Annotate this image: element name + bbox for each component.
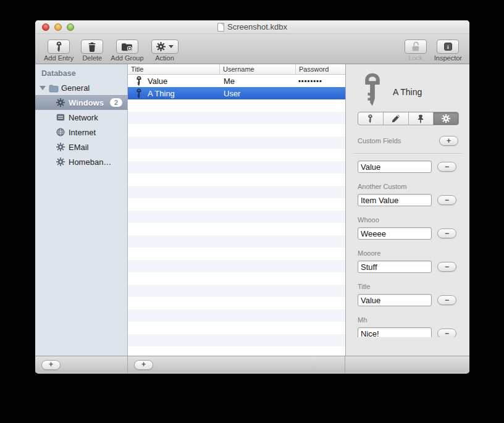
entry-username-cell: Me [220,77,296,86]
remove-field-button[interactable]: − [437,195,456,205]
custom-field-label: Whooo [358,216,460,224]
custom-field-label: Title [358,282,460,291]
column-header-username[interactable]: Username [220,64,296,74]
entry-title-cell: Value [148,77,167,86]
sidebar: Database General Windows 2 Network Inter… [35,64,128,356]
column-header-password[interactable]: Password [296,64,345,74]
minimize-button[interactable] [54,23,62,31]
key-icon [136,88,142,99]
sidebar-item[interactable]: Homeban… [35,154,127,169]
custom-field-group: Mooore − [358,249,460,273]
custom-field-label: Mooore [358,249,460,258]
bottom-bar: + + [35,356,469,373]
sidebar-item[interactable]: Internet [35,125,127,140]
toolbar: Add Entry Delete Add Group [35,34,469,64]
toolbar-button: Lock [405,40,427,62]
toolbar-button-label: Lock [408,54,422,62]
toolbar-button: Action [151,40,178,62]
remove-field-button[interactable]: − [437,329,456,337]
gear-icon [442,114,450,123]
sidebar-footer: + [35,356,128,373]
custom-fields-list: − Another Custom − Whooo − Mooore − Titl… [358,158,460,337]
remove-field-button[interactable]: − [437,262,456,272]
toolbar-button-face[interactable] [116,40,138,54]
column-header-title[interactable]: Title [128,64,220,74]
screenshot-stage: Screenshot.kdbx Add Entry Delete [0,0,504,423]
divider [353,153,462,154]
sidebar-header: Database [35,64,127,81]
table-row[interactable]: A Thing User [128,87,345,99]
entry-title-cell: A Thing [148,89,175,98]
add-custom-field-button[interactable]: + [439,136,458,146]
toolbar-button: i Inspector [434,40,462,62]
app-window: Screenshot.kdbx Add Entry Delete [35,20,469,374]
add-group-footer-button[interactable]: + [41,360,61,370]
inspector-footer [345,356,469,373]
inspector-entry-title: A Thing [393,87,422,97]
toolbar-button: Add Entry [44,40,74,62]
custom-field-input[interactable] [358,327,432,337]
entry-key-icon [362,72,383,107]
table-row[interactable]: Value Me •••••••• [128,75,345,87]
custom-field-input[interactable] [358,161,432,173]
count-badge: 2 [110,98,122,107]
toolbar-button-face[interactable] [81,40,103,54]
sidebar-item-label: Internet [69,128,96,137]
trash-icon [88,42,96,52]
sidebar-item[interactable]: Windows 2 [35,95,127,110]
custom-field-input[interactable] [358,261,432,273]
custom-field-input[interactable] [358,227,432,240]
sidebar-item-label: EMail [69,143,89,152]
entry-username-cell: User [220,89,296,98]
remove-field-button[interactable]: − [437,162,456,172]
custom-field-group: − [358,161,460,173]
toolbar-right-group: Lock i Inspector [405,40,462,62]
add-entry-footer-button[interactable]: + [134,360,153,370]
folder-plus-icon [121,43,133,51]
toolbar-button-face[interactable]: i [437,40,459,54]
sidebar-item[interactable]: Network [35,110,127,125]
gear-icon [56,98,65,107]
custom-field-input[interactable] [358,294,432,306]
inspector-tab[interactable] [434,112,458,125]
zoom-button[interactable] [67,23,74,31]
info-icon: i [444,43,452,51]
remove-field-button[interactable]: − [437,295,456,305]
remove-field-button[interactable]: − [437,228,456,238]
gear-icon [156,42,166,51]
window-title-area: Screenshot.kdbx [35,20,469,33]
sidebar-item[interactable]: EMail [35,140,127,154]
pushpin-icon [417,114,424,124]
inspector-tab[interactable] [409,112,434,125]
toolbar-button-label: Add Group [111,54,143,62]
window-title: Screenshot.kdbx [227,22,287,31]
entry-password-cell: •••••••• [296,77,345,85]
toolbar-button-label: Add Entry [44,54,74,62]
custom-field-label: Mh [358,316,460,324]
toolbar-button: Delete [81,40,103,62]
custom-field-input[interactable] [358,194,432,206]
padlock-open-icon [411,41,421,52]
inspector-tab[interactable] [358,112,384,125]
custom-field-group: Another Custom − [358,182,460,206]
custom-field-group: Whooo − [358,216,460,240]
inspector-panel: A Thing Custom Fields + [345,64,469,356]
toolbar-button-face[interactable] [151,40,178,54]
key-icon [368,114,373,124]
key-icon [136,76,142,86]
table-body: Value Me •••••••• A Thing User [128,75,345,356]
inspector-tab[interactable] [384,112,409,125]
sidebar-items: Windows 2 Network Internet EMail Homeban… [35,95,127,169]
sidebar-item-label: Homeban… [69,157,111,167]
disclosure-triangle-icon[interactable] [40,86,46,90]
sidebar-group-general[interactable]: General [35,81,127,95]
titlebar[interactable]: Screenshot.kdbx [35,20,469,34]
toolbar-button-label: Action [155,54,174,62]
toolbar-button-label: Delete [82,54,102,62]
toolbar-button-face[interactable] [405,40,427,54]
server-icon [56,114,65,121]
custom-fields-label: Custom Fields [358,137,401,144]
sidebar-item-label: Windows [69,98,104,107]
toolbar-button-face[interactable] [48,40,70,54]
close-button[interactable] [42,23,49,31]
